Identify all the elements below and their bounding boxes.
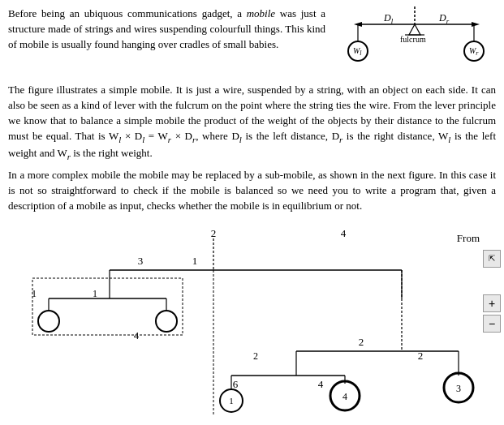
top-section: Before being an ubiquous communications … (8, 6, 496, 79)
label-2-bottom-left: 2 (253, 350, 258, 362)
para3-block: In a more complex mobile the mobile may … (8, 168, 496, 214)
dr-label: Dr (438, 12, 450, 25)
fulcrum-label: fulcrum (400, 35, 426, 44)
sub-wl: l (118, 134, 121, 144)
label-3: 3 (138, 255, 144, 267)
plus-icon: + (489, 297, 495, 310)
expand-button[interactable]: ⇱ (483, 250, 501, 268)
wl-label: Wl (353, 46, 362, 57)
from-label: From (457, 232, 480, 245)
sub-dl2: l (239, 134, 242, 144)
label-4-bottom: 4 (318, 378, 324, 390)
label-6: 6 (233, 378, 239, 390)
wr-label: Wr (469, 46, 479, 57)
sub-wr2: r (67, 151, 71, 161)
label-1-upper: 1 (192, 255, 198, 267)
expand-icon: ⇱ (489, 254, 495, 263)
para1: Before being an ubiquous communications … (8, 6, 325, 53)
para2: The figure illustrates a simple mobile. … (8, 83, 496, 163)
svg-rect-30 (32, 278, 183, 335)
label-2-far-right: 2 (418, 350, 424, 362)
label-1-bottom-inner: 1 (229, 396, 234, 406)
svg-point-18 (156, 311, 177, 332)
label-top-4: 4 (341, 227, 347, 239)
simple-mobile-figure: Dl Dr fulcrum Wl Wr (334, 6, 496, 79)
mobile-italic: mobile (247, 7, 275, 19)
dl-label: Dl (383, 12, 394, 25)
complex-mobile-svg: 2 4 3 1 1 1 4 (4, 225, 491, 416)
mobile-svg: Dl Dr fulcrum Wl Wr (334, 6, 496, 79)
minus-icon: − (489, 317, 495, 330)
sub-wr: r (168, 134, 171, 144)
plus-button[interactable]: + (483, 294, 501, 312)
svg-marker-4 (409, 24, 420, 35)
svg-marker-3 (472, 22, 480, 27)
sub-dl: l (142, 134, 144, 144)
label-top-2: 2 (211, 227, 217, 239)
sub-dr2: r (339, 134, 342, 144)
label-3-inner: 3 (456, 383, 461, 394)
toolbar-buttons: ⇱ + − (483, 250, 501, 333)
intro-paragraph: Before being an ubiquous communications … (8, 6, 325, 79)
svg-point-16 (38, 311, 59, 332)
main-content: Before being an ubiquous communications … (0, 0, 504, 225)
label-2-right: 2 (359, 336, 364, 348)
sub-wl2: l (448, 134, 450, 144)
label-4-inner: 4 (342, 391, 347, 402)
para2-block: The figure illustrates a simple mobile. … (8, 83, 496, 163)
sub-dr: r (192, 134, 196, 144)
para3: In a more complex mobile the mobile may … (8, 168, 496, 214)
complex-diagram: 2 4 3 1 1 1 4 (0, 225, 504, 416)
label-1-mid: 1 (93, 288, 97, 299)
minus-button[interactable]: − (483, 315, 501, 333)
